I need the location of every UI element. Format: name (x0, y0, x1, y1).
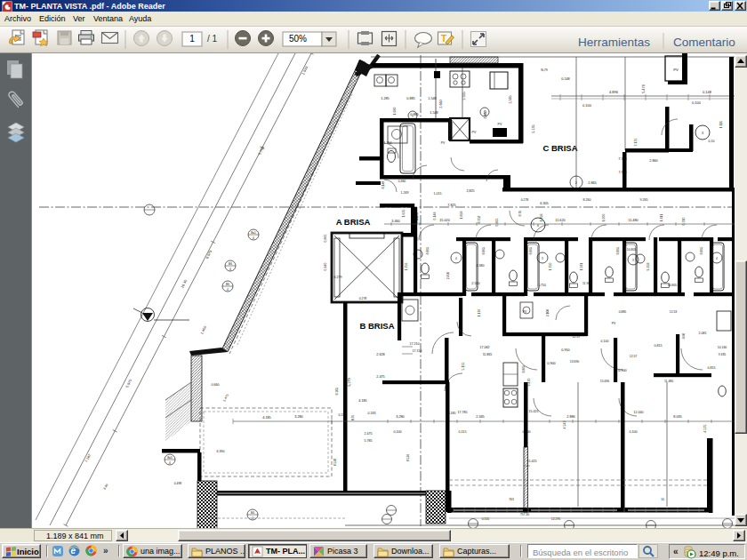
svg-text:1.858: 1.858 (540, 214, 543, 222)
svg-text:0.163: 0.163 (415, 216, 419, 224)
svg-text:0.278: 0.278 (521, 198, 529, 202)
svg-text:2.865: 2.865 (588, 181, 597, 185)
svg-text:4.525: 4.525 (703, 425, 707, 433)
svg-text:C BRISA: C BRISA (542, 143, 577, 153)
svg-text:4.185: 4.185 (358, 399, 367, 403)
svg-text:0,865: 0,865 (482, 247, 486, 254)
svg-text:12.53: 12.53 (670, 310, 678, 314)
svg-text:0,885: 0,885 (619, 310, 627, 314)
svg-text:1.581: 1.581 (580, 263, 583, 271)
svg-text:7.560: 7.560 (618, 157, 627, 161)
svg-text:8.536: 8.536 (406, 454, 410, 462)
svg-text:11.480: 11.480 (664, 380, 673, 383)
svg-text:0,100: 0,100 (582, 103, 592, 108)
svg-text:2.475: 2.475 (365, 432, 373, 436)
svg-text:0,900: 0,900 (618, 369, 627, 372)
svg-text:4.896: 4.896 (609, 90, 619, 94)
svg-text:0,105: 0,105 (335, 388, 339, 395)
svg-text:0.183: 0.183 (368, 412, 376, 415)
svg-text:2.125: 2.125 (634, 139, 638, 147)
svg-text:0.148: 0.148 (433, 212, 437, 220)
svg-text:7.825: 7.825 (447, 204, 456, 207)
svg-text:N,79: N,79 (541, 68, 548, 72)
svg-text:9.265: 9.265 (640, 198, 648, 202)
svg-text:8.538: 8.538 (333, 459, 337, 467)
svg-text:4: 4 (252, 516, 253, 520)
svg-text:0,148: 0,148 (382, 181, 385, 189)
svg-text:0,865: 0,865 (324, 235, 327, 243)
svg-text:0,815: 0,815 (708, 366, 716, 370)
svg-text:3.100: 3.100 (546, 309, 550, 317)
svg-text:3: 3 (542, 257, 543, 260)
svg-text:0,865: 0,865 (529, 247, 533, 254)
svg-text:0.76: 0.76 (518, 211, 522, 217)
svg-text:3.420: 3.420 (527, 379, 531, 387)
svg-text:11.620: 11.620 (555, 219, 565, 222)
svg-text:PV: PV (498, 123, 502, 126)
svg-text:15.020: 15.020 (439, 219, 450, 222)
svg-text:4: 4 (227, 288, 229, 292)
svg-text:10.805: 10.805 (668, 284, 677, 287)
svg-text:2.136: 2.136 (476, 64, 485, 68)
svg-text:4: 4 (229, 268, 231, 271)
svg-text:0,183: 0,183 (339, 413, 347, 417)
svg-text:6: 6 (537, 224, 539, 228)
svg-text:B6: B6 (229, 262, 232, 266)
svg-text:B4: B4 (251, 511, 254, 515)
svg-text:2.628: 2.628 (376, 353, 385, 356)
svg-text:1,548: 1,548 (428, 97, 437, 100)
svg-text:1.269: 1.269 (401, 191, 409, 195)
svg-text:3,280: 3,280 (396, 415, 405, 419)
svg-text:757.30: 757.30 (520, 513, 529, 516)
svg-text:4: 4 (169, 461, 171, 465)
svg-text:Comentario: Comentario (673, 36, 735, 49)
svg-text:11.480: 11.480 (628, 219, 638, 222)
svg-text:1.754: 1.754 (384, 141, 392, 145)
svg-text:PV: PV (472, 131, 477, 134)
svg-text:0,360: 0,360 (398, 180, 406, 183)
svg-text:11.908: 11.908 (582, 282, 591, 285)
svg-text:5.155: 5.155 (462, 363, 465, 371)
svg-text:2.510: 2.510 (471, 282, 480, 285)
svg-text:0,885: 0,885 (406, 97, 415, 100)
svg-text:0,100: 0,100 (629, 430, 637, 434)
svg-text:17.785: 17.785 (458, 411, 468, 414)
svg-text:3: 3 (632, 259, 634, 262)
svg-text:0.758: 0.758 (478, 216, 481, 224)
svg-text:1.285: 1.285 (381, 97, 390, 100)
svg-text:0,815: 0,815 (655, 344, 663, 348)
svg-text:4.543: 4.543 (563, 421, 566, 429)
svg-text:0,940: 0,940 (324, 263, 327, 271)
svg-text:1.176: 1.176 (478, 309, 481, 317)
svg-text:B6: B6 (226, 283, 229, 286)
svg-text:1.750: 1.750 (549, 263, 552, 271)
svg-text:3.460: 3.460 (391, 220, 400, 223)
svg-text:1.555: 1.555 (462, 92, 466, 100)
svg-text:6.279: 6.279 (334, 276, 342, 279)
svg-text:B BRISA: B BRISA (359, 321, 394, 331)
svg-text:6.305: 6.305 (540, 202, 549, 205)
svg-text:1,548: 1,548 (430, 111, 438, 115)
svg-text:0,865: 0,865 (507, 180, 510, 188)
svg-text:13.690: 13.690 (570, 360, 579, 364)
svg-text:2.450: 2.450 (446, 272, 450, 280)
svg-text:50%: 50% (289, 34, 307, 44)
svg-text:1: 1 (189, 34, 195, 44)
svg-text:1.858: 1.858 (460, 212, 463, 220)
svg-text:5,279: 5,279 (348, 378, 351, 387)
svg-text:17.210: 17.210 (410, 342, 420, 346)
svg-text:2.860: 2.860 (649, 159, 658, 163)
svg-text:2.886: 2.886 (566, 415, 575, 419)
svg-text:3,280: 3,280 (294, 415, 303, 419)
svg-text:10.160: 10.160 (718, 346, 727, 349)
svg-text:11.865: 11.865 (483, 353, 493, 356)
svg-text:0,865: 0,865 (522, 365, 526, 372)
svg-text:17.150: 17.150 (413, 349, 422, 353)
svg-text:12.295: 12.295 (551, 517, 560, 521)
svg-text:2.345: 2.345 (476, 415, 485, 419)
svg-text:0,710: 0,710 (682, 218, 686, 226)
svg-text:8.260: 8.260 (583, 198, 591, 202)
svg-text:1.115: 1.115 (719, 121, 723, 128)
svg-text:1,000: 1,000 (602, 214, 606, 222)
svg-text:2: 2 (575, 181, 577, 185)
